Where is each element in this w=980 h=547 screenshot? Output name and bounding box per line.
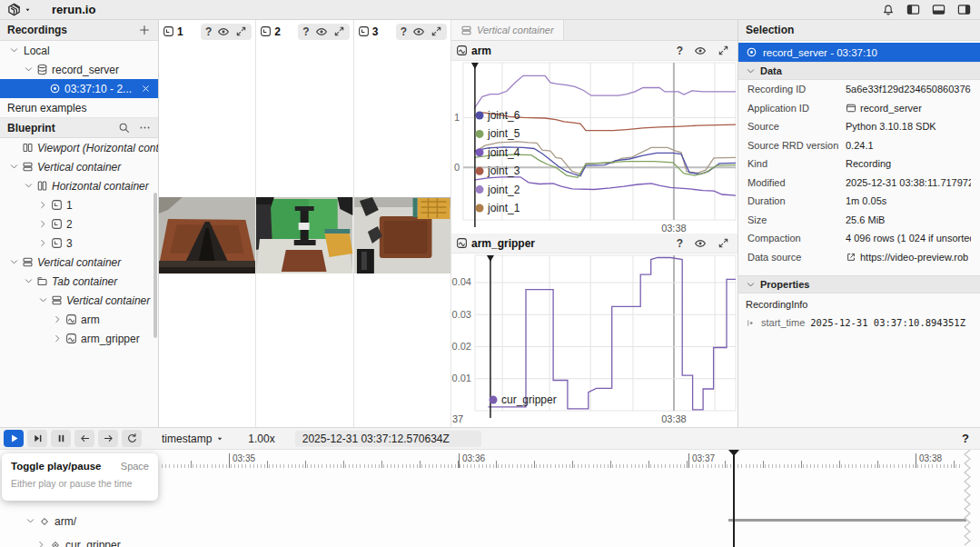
maximize-icon[interactable]: [718, 45, 729, 57]
camera-view-label: 2: [274, 25, 281, 38]
dropdown-arrow-icon: [215, 434, 224, 443]
timeline-selector[interactable]: timestamp: [162, 433, 224, 445]
plots-column: Vertical container arm ? 1003:38joint_6j…: [451, 20, 737, 427]
help-icon[interactable]: ?: [677, 237, 683, 250]
selection-selected-item[interactable]: record_server - 03:37:10: [738, 43, 980, 62]
visibility-icon[interactable]: [315, 25, 328, 38]
camera-view-body-3[interactable]: [354, 43, 450, 427]
viewport-area: 1 ? 2 ?: [159, 20, 737, 427]
chevron-right-icon: [51, 333, 64, 343]
view-icon: [358, 25, 370, 37]
view-icon: [51, 237, 63, 249]
arm-gripper-plot-header[interactable]: arm_gripper ?: [451, 234, 737, 254]
visibility-icon[interactable]: [694, 237, 707, 250]
app-menu-button[interactable]: [7, 3, 32, 16]
recordings-item-local[interactable]: Local: [0, 41, 158, 60]
visibility-icon[interactable]: [694, 45, 707, 57]
more-options-icon[interactable]: [139, 122, 151, 134]
chevron-down-icon: [746, 66, 756, 76]
start-time-value: 2025-12-31 03:37:10.894351Z: [810, 317, 965, 328]
arm-plot-canvas[interactable]: 1003:38joint_6joint_5joint_4joint_3joint…: [451, 61, 737, 234]
pause-button[interactable]: [51, 430, 71, 447]
panel-left-toggle-icon[interactable]: [906, 3, 920, 16]
blueprint-item-label: 1: [66, 199, 73, 212]
camera-view-panel-3: 3 ?: [354, 20, 451, 427]
maximize-icon[interactable]: [235, 25, 247, 37]
blueprint-item-3[interactable]: 3: [0, 234, 158, 253]
camera-view-body-1[interactable]: [159, 43, 255, 427]
playback-speed[interactable]: 1.00x: [248, 433, 274, 445]
row-label: Size: [747, 214, 846, 225]
help-icon[interactable]: ?: [401, 25, 407, 38]
current-time-field[interactable]: 2025-12-31 03:37:12.570634Z: [295, 431, 481, 447]
maximize-icon[interactable]: [718, 237, 729, 250]
arm-gripper-plot-canvas[interactable]: 0.040.030.020.0103:3837cur_gripper: [451, 254, 737, 427]
recordings-header: Recordings: [0, 20, 158, 41]
maximize-icon[interactable]: [333, 25, 345, 37]
arrow-left-button[interactable]: [74, 430, 94, 447]
arrow-right-button[interactable]: [98, 430, 118, 447]
panel-bottom-toggle-icon[interactable]: [932, 3, 945, 16]
tab-vertical-container[interactable]: Vertical container: [451, 20, 564, 40]
rerun-examples-row[interactable]: Rerun examples: [0, 98, 158, 118]
rerun-logo-icon: [7, 3, 21, 16]
view-icon: [51, 199, 63, 211]
bell-icon[interactable]: [882, 4, 895, 16]
help-icon[interactable]: ?: [205, 25, 212, 38]
help-icon[interactable]: ?: [302, 25, 309, 38]
search-icon[interactable]: [118, 122, 130, 134]
arm-plot-header[interactable]: arm ?: [451, 41, 737, 61]
camera-view-tab-2[interactable]: 2 ?: [256, 20, 352, 43]
loop-button[interactable]: [122, 430, 142, 447]
arrow-left-icon: [79, 433, 91, 444]
blueprint-item-label: Vertical container: [37, 161, 121, 174]
svg-text:03:38: 03:38: [661, 413, 687, 424]
tab-bar: Vertical container: [451, 20, 737, 41]
help-icon[interactable]: ?: [677, 45, 683, 57]
blueprint-item-vertical-container[interactable]: Vertical container: [0, 253, 158, 272]
blueprint-item-vertical-container[interactable]: Vertical container: [0, 291, 158, 310]
svg-text:03:38: 03:38: [661, 223, 687, 234]
blueprint-item-tab-container[interactable]: Tab container: [0, 272, 158, 291]
row-label: Recording ID: [747, 84, 846, 94]
blueprint-item-arm[interactable]: arm: [0, 310, 158, 329]
camera-view-tab-3[interactable]: 3 ?: [354, 20, 450, 43]
row-label: Kind: [747, 158, 846, 169]
visibility-icon[interactable]: [217, 25, 230, 38]
camera-view-tab-1[interactable]: 1 ?: [159, 20, 255, 43]
row-value: 1m 0.05s: [846, 195, 886, 206]
blueprint-item-2[interactable]: 2: [0, 214, 158, 234]
maximize-icon[interactable]: [431, 25, 442, 37]
blueprint-item-label: Viewport (Horizontal cont...: [37, 142, 159, 154]
blueprint-item-vertical-container[interactable]: Vertical container: [0, 157, 158, 176]
skip-end-button[interactable]: [27, 430, 47, 447]
arm-plot-panel: arm ? 1003:38joint_6joint_5joint_4joint_…: [451, 41, 737, 234]
data-row-recording-id: Recording ID 5a6e33f129d2346508603766: [738, 80, 980, 99]
timeline-help-button[interactable]: ?: [962, 432, 969, 445]
blueprint-item-horizontal-container[interactable]: Horizontal container: [0, 176, 158, 195]
blueprint-item-1[interactable]: 1: [0, 195, 158, 214]
recordings-item-record-server[interactable]: record_server: [0, 60, 158, 79]
add-recording-button[interactable]: [138, 24, 151, 36]
chevron-down-icon: [22, 276, 35, 286]
blueprint-item-arm-gripper[interactable]: arm_gripper: [0, 329, 158, 348]
play-button[interactable]: [4, 430, 24, 447]
camera-view-body-2[interactable]: [256, 43, 352, 427]
data-section-header[interactable]: Data: [738, 62, 980, 80]
close-icon[interactable]: [141, 84, 151, 94]
sidebar-scrollbar[interactable]: [153, 193, 157, 338]
blueprint-item-label: 2: [66, 218, 73, 231]
data-row-data-source[interactable]: Data source https://video-preview.rob: [738, 248, 980, 267]
properties-section-header[interactable]: Properties: [738, 275, 980, 293]
panel-right-toggle-icon[interactable]: [957, 3, 971, 16]
left-sidebar: Recordings Local record_server 03:37:10 …: [0, 20, 159, 427]
start-time-label: start_time: [761, 317, 805, 328]
skip-end-icon: [32, 433, 44, 444]
blueprint-item-viewport-horizontal-cont[interactable]: Viewport (Horizontal cont...: [0, 138, 158, 157]
svg-text:0.02: 0.02: [452, 341, 471, 352]
visibility-icon[interactable]: [412, 25, 425, 38]
chevron-right-icon: [36, 238, 49, 248]
recordings-item-recording[interactable]: 03:37:10 - 2...: [0, 79, 158, 98]
svg-text:joint_2: joint_2: [487, 184, 520, 196]
row-value: 5a6e33f129d2346508603766: [846, 84, 971, 94]
